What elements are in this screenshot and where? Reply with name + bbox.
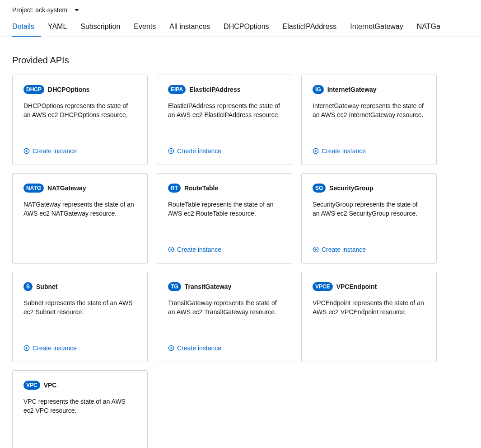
create-instance-link[interactable]: Create instance xyxy=(313,246,425,253)
api-badge: NATG xyxy=(23,184,44,193)
plus-circle-icon xyxy=(168,345,174,351)
api-description: DHCPOptions represents the state of an A… xyxy=(23,101,136,135)
api-card-elasticipaddress: EIPAElasticIPAddressElasticIPAddress rep… xyxy=(157,75,292,165)
api-description: InternetGateway represents the state of … xyxy=(313,101,425,135)
api-card-natgateway: NATGNATGatewayNATGateway represents the … xyxy=(12,173,148,264)
api-badge: RT xyxy=(168,184,181,193)
tab-internetgateway[interactable]: InternetGateway xyxy=(343,18,410,37)
section-title: Provided APIs xyxy=(0,37,481,75)
api-description: ElasticIPAddress represents the state of… xyxy=(168,101,281,135)
api-title[interactable]: SecurityGroup xyxy=(329,184,373,192)
api-cards-grid: DHCPDHCPOptionsDHCPOptions represents th… xyxy=(0,75,481,448)
plus-circle-icon xyxy=(168,148,174,154)
create-instance-label: Create instance xyxy=(33,344,77,352)
chevron-down-icon xyxy=(75,9,79,11)
create-instance-label: Create instance xyxy=(177,344,221,352)
api-card-vpcendpoint: VPCEVPCEndpointVPCEndpoint represents th… xyxy=(301,272,437,362)
api-description: VPC represents the state of an AWS ec2 V… xyxy=(23,397,136,448)
create-instance-link[interactable]: Create instance xyxy=(313,147,425,155)
tab-all-instances[interactable]: All instances xyxy=(163,18,217,37)
create-instance-link[interactable]: Create instance xyxy=(168,344,281,352)
card-header: EIPAElasticIPAddress xyxy=(168,85,281,94)
tab-events[interactable]: Events xyxy=(127,18,163,37)
api-badge: EIPA xyxy=(168,85,186,94)
api-title[interactable]: InternetGateway xyxy=(327,86,377,93)
api-description: NATGateway represents the state of an AW… xyxy=(23,200,136,253)
create-instance-label: Create instance xyxy=(322,147,366,155)
create-instance-label: Create instance xyxy=(177,246,221,253)
api-description: Subnet represents the state of an AWS ec… xyxy=(23,298,136,332)
plus-circle-icon xyxy=(313,148,319,154)
tab-dhcpoptions[interactable]: DHCPOptions xyxy=(217,18,276,37)
project-selector[interactable]: Project: ack-system xyxy=(0,0,481,18)
project-label: Project: ack-system xyxy=(12,6,67,14)
api-title[interactable]: VPCEndpoint xyxy=(336,283,377,290)
api-card-securitygroup: SGSecurityGroupSecurityGroup represents … xyxy=(301,173,437,264)
card-header: RTRouteTable xyxy=(168,184,281,193)
api-badge: TG xyxy=(168,282,181,291)
create-instance-link[interactable]: Create instance xyxy=(23,147,136,155)
card-header: VPCEVPCEndpoint xyxy=(313,282,425,291)
create-instance-label: Create instance xyxy=(322,246,366,253)
card-header: IGInternetGateway xyxy=(313,85,425,94)
api-badge: SG xyxy=(313,184,326,193)
api-description: TransitGateway represents the state of a… xyxy=(168,298,281,332)
api-title[interactable]: RouteTable xyxy=(184,184,218,192)
api-card-routetable: RTRouteTableRouteTable represents the st… xyxy=(157,173,292,264)
card-header: SGSecurityGroup xyxy=(313,184,425,193)
create-instance-label: Create instance xyxy=(177,147,221,155)
create-instance-link[interactable]: Create instance xyxy=(168,246,281,253)
card-header: TGTransitGateway xyxy=(168,282,281,291)
tab-subscription[interactable]: Subscription xyxy=(74,18,127,37)
api-card-subnet: SSubnetSubnet represents the state of an… xyxy=(12,272,148,362)
tab-yaml[interactable]: YAML xyxy=(41,18,74,37)
api-card-internetgateway: IGInternetGatewayInternetGateway represe… xyxy=(301,75,437,165)
api-card-transitgateway: TGTransitGatewayTransitGateway represent… xyxy=(157,272,292,362)
create-instance-link[interactable]: Create instance xyxy=(23,344,136,352)
api-badge: VPCE xyxy=(313,282,333,291)
api-card-dhcpoptions: DHCPDHCPOptionsDHCPOptions represents th… xyxy=(12,75,148,165)
api-title[interactable]: ElasticIPAddress xyxy=(189,86,240,93)
api-title[interactable]: DHCPOptions xyxy=(48,86,90,93)
api-badge: VPC xyxy=(23,381,40,390)
api-title[interactable]: VPC xyxy=(44,382,57,389)
api-badge: S xyxy=(23,282,33,291)
api-badge: DHCP xyxy=(23,85,44,94)
api-description: RouteTable represents the state of an AW… xyxy=(168,200,281,233)
card-header: DHCPDHCPOptions xyxy=(23,85,136,94)
api-description: SecurityGroup represents the state of an… xyxy=(313,200,425,233)
card-header: NATGNATGateway xyxy=(23,184,136,193)
plus-circle-icon xyxy=(168,246,174,253)
api-title[interactable]: TransitGateway xyxy=(185,283,232,290)
api-title[interactable]: Subnet xyxy=(36,283,57,290)
tab-details[interactable]: Details xyxy=(12,18,41,37)
api-card-vpc: VPCVPCVPC represents the state of an AWS… xyxy=(12,370,148,448)
plus-circle-icon xyxy=(23,148,30,154)
tab-elasticipaddress[interactable]: ElasticIPAddress xyxy=(276,18,344,37)
plus-circle-icon xyxy=(23,345,30,351)
api-badge: IG xyxy=(313,85,324,94)
tabs: DetailsYAMLSubscriptionEventsAll instanc… xyxy=(0,18,481,37)
card-header: SSubnet xyxy=(23,282,136,291)
api-description: VPCEndpoint represents the state of an A… xyxy=(313,298,425,352)
create-instance-label: Create instance xyxy=(33,147,77,155)
create-instance-link[interactable]: Create instance xyxy=(168,147,281,155)
tab-natga[interactable]: NATGa xyxy=(410,18,447,37)
plus-circle-icon xyxy=(313,246,319,253)
api-title[interactable]: NATGateway xyxy=(47,184,86,192)
card-header: VPCVPC xyxy=(23,381,136,390)
